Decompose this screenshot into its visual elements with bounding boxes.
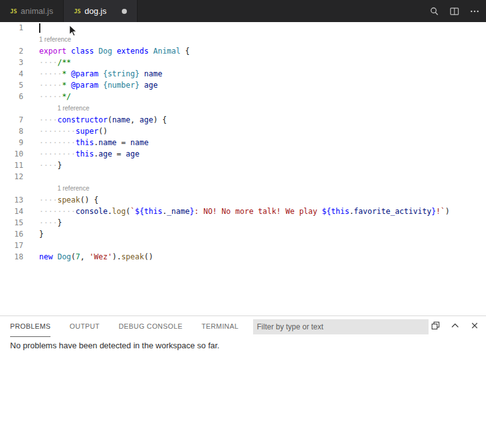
split-editor-icon[interactable] bbox=[449, 6, 459, 16]
code-text: ·····* @param {number} age bbox=[39, 81, 158, 90]
panel-header: PROBLEMSOUTPUTDEBUG CONSOLETERMINAL bbox=[0, 316, 486, 337]
panel-tab-problems[interactable]: PROBLEMS bbox=[10, 316, 50, 337]
code-text: ·····* @param {string} name bbox=[39, 69, 162, 78]
vscode-window: JSanimal.jsJSdog.js 11 reference2export … bbox=[0, 0, 486, 448]
js-file-icon: JS bbox=[10, 8, 17, 15]
line-number: 17 bbox=[0, 241, 23, 250]
line-number: 13 bbox=[0, 196, 23, 204]
line-number: 7 bbox=[0, 115, 23, 124]
code-line[interactable]: 6·····*/ bbox=[0, 91, 486, 102]
codelens-row: 1 reference bbox=[0, 33, 486, 45]
problems-message: No problems have been detected in the wo… bbox=[10, 341, 486, 350]
open-changes-search-icon[interactable] bbox=[429, 6, 439, 16]
code-text: export class Dog extends Animal { bbox=[39, 47, 190, 56]
line-number: 15 bbox=[0, 218, 23, 227]
codelens-row: 1 reference bbox=[0, 102, 486, 114]
panel-actions bbox=[430, 321, 480, 333]
code-line[interactable]: 4·····* @param {string} name bbox=[0, 68, 486, 80]
line-number: 11 bbox=[0, 161, 23, 170]
code-line[interactable]: 12 bbox=[0, 171, 486, 182]
line-number: 3 bbox=[0, 58, 23, 67]
code-line[interactable]: 11····} bbox=[0, 160, 486, 171]
js-file-icon: JS bbox=[74, 8, 81, 15]
code-text: ····} bbox=[39, 218, 62, 227]
code-line[interactable]: 16} bbox=[0, 228, 486, 240]
code-text: ·····*/ bbox=[39, 92, 71, 101]
code-text: ····/** bbox=[39, 58, 71, 67]
code-line[interactable]: 5·····* @param {number} age bbox=[0, 80, 486, 91]
code-text: ········this.name = name bbox=[39, 138, 148, 147]
line-number: 2 bbox=[0, 47, 23, 56]
code-text: ····} bbox=[39, 161, 62, 170]
editor-lines: 11 reference2export class Dog extends An… bbox=[0, 22, 486, 262]
panel-tab-debug-console[interactable]: DEBUG CONSOLE bbox=[119, 316, 182, 337]
problems-filter-input[interactable] bbox=[253, 319, 429, 334]
code-text: ····speak() { bbox=[39, 196, 98, 204]
line-number: 18 bbox=[0, 252, 23, 261]
code-line[interactable]: 3····/** bbox=[0, 57, 486, 68]
codelens-reference[interactable]: 1 reference bbox=[57, 185, 90, 192]
code-line[interactable]: 7····constructor(name, age) { bbox=[0, 114, 486, 126]
code-text: ········console.log(`${this._name}: NO! … bbox=[39, 207, 449, 216]
maximize-panel-icon[interactable] bbox=[450, 321, 460, 333]
code-text: ········super() bbox=[39, 127, 107, 136]
tab-animal-js[interactable]: JSanimal.js bbox=[0, 0, 64, 22]
text-cursor bbox=[39, 23, 40, 33]
codelens-reference[interactable]: 1 reference bbox=[39, 36, 71, 43]
code-line[interactable]: 15····} bbox=[0, 217, 486, 228]
line-number: 4 bbox=[0, 69, 23, 78]
code-text: ········this.age = age bbox=[39, 150, 139, 158]
tab-bar: JSanimal.jsJSdog.js bbox=[0, 0, 486, 22]
code-line[interactable]: 8········super() bbox=[0, 126, 486, 137]
panel-tab-terminal[interactable]: TERMINAL bbox=[201, 316, 239, 337]
code-text: ····constructor(name, age) { bbox=[39, 115, 167, 124]
code-line[interactable]: 9········this.name = name bbox=[0, 137, 486, 148]
tab-bar-tabs: JSanimal.jsJSdog.js bbox=[0, 0, 138, 22]
code-editor[interactable]: 11 reference2export class Dog extends An… bbox=[0, 22, 486, 315]
line-number: 9 bbox=[0, 138, 23, 147]
bottom-panel: PROBLEMSOUTPUTDEBUG CONSOLETERMINAL No p… bbox=[0, 315, 486, 448]
codelens-reference[interactable]: 1 reference bbox=[57, 105, 90, 112]
modified-dot[interactable] bbox=[122, 9, 127, 14]
code-line[interactable]: 10········this.age = age bbox=[0, 148, 486, 160]
line-number: 16 bbox=[0, 230, 23, 239]
line-number: 10 bbox=[0, 150, 23, 158]
tab-label: dog.js bbox=[85, 6, 107, 16]
line-number: 14 bbox=[0, 207, 23, 216]
line-number: 12 bbox=[0, 172, 23, 181]
tab-label: animal.js bbox=[21, 6, 53, 16]
code-text: } bbox=[39, 230, 44, 239]
more-actions-icon[interactable] bbox=[470, 6, 480, 16]
code-line[interactable]: 18new Dog(7, 'Wez').speak() bbox=[0, 251, 486, 262]
close-panel-icon[interactable] bbox=[470, 321, 480, 333]
line-number: 6 bbox=[0, 92, 23, 101]
code-line[interactable]: 13····speak() { bbox=[0, 194, 486, 206]
editor-actions bbox=[429, 0, 486, 22]
line-number: 1 bbox=[0, 23, 23, 32]
collapse-all-icon[interactable] bbox=[430, 321, 441, 333]
code-line[interactable]: 14········console.log(`${this._name}: NO… bbox=[0, 206, 486, 217]
line-number: 8 bbox=[0, 127, 23, 136]
tab-dog-js[interactable]: JSdog.js bbox=[64, 0, 138, 22]
codelens-row: 1 reference bbox=[0, 182, 486, 194]
line-number: 5 bbox=[0, 81, 23, 90]
code-line[interactable]: 1 bbox=[0, 22, 486, 33]
code-line[interactable]: 2export class Dog extends Animal { bbox=[0, 45, 486, 57]
panel-tabs: PROBLEMSOUTPUTDEBUG CONSOLETERMINAL bbox=[10, 316, 239, 337]
code-text: new Dog(7, 'Wez').speak() bbox=[39, 252, 153, 261]
panel-tab-output[interactable]: OUTPUT bbox=[69, 316, 100, 337]
code-line[interactable]: 17 bbox=[0, 240, 486, 251]
